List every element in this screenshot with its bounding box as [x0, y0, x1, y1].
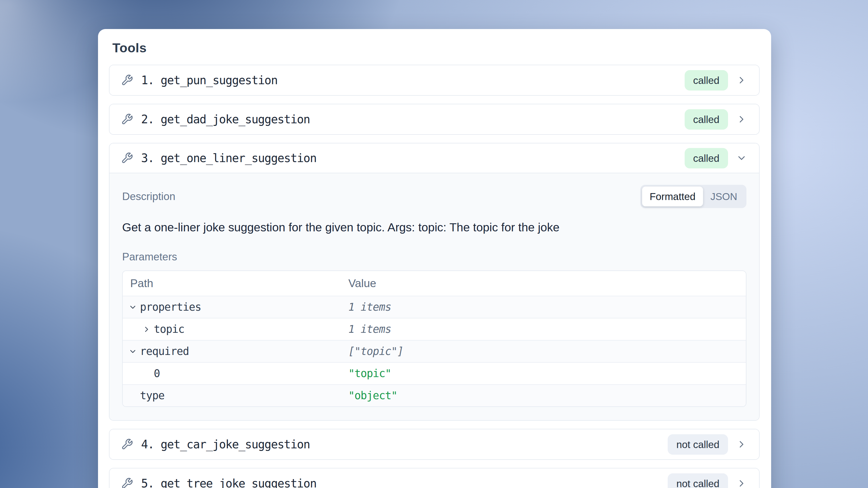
tool-card: 1. get_pun_suggestion called	[109, 65, 760, 96]
parameters-label: Parameters	[122, 251, 746, 263]
status-badge: called	[685, 109, 728, 130]
table-row: topic 1 items	[123, 318, 746, 340]
param-key: 0	[154, 367, 160, 380]
tool-name: 2. get_dad_joke_suggestion	[141, 113, 310, 126]
desktop-background: { "title": "Tools", "tools": [ { "name":…	[0, 0, 868, 488]
json-toggle-button[interactable]: JSON	[703, 186, 745, 206]
wrench-icon	[121, 438, 133, 450]
description-label: Description	[122, 190, 175, 203]
wrench-icon	[121, 74, 133, 86]
wrench-icon	[121, 152, 133, 164]
tool-card: 4. get_car_joke_suggestion not called	[109, 429, 760, 460]
param-value: "topic"	[348, 367, 746, 380]
parameters-table: Path Value properties 1 items topic 1 it	[122, 270, 746, 407]
page-title: Tools	[113, 40, 760, 56]
formatted-toggle-button[interactable]: Formatted	[642, 186, 703, 206]
status-badge: not called	[668, 474, 728, 488]
tools-panel: Tools 1. get_pun_suggestion called 2. ge…	[98, 29, 771, 488]
tool-name: 1. get_pun_suggestion	[141, 73, 277, 87]
table-header-row: Path Value	[123, 271, 746, 296]
wrench-icon	[121, 477, 133, 488]
tool-name: 5. get_tree_joke_suggestion	[141, 477, 316, 488]
expand-chevron-right-icon[interactable]	[142, 325, 151, 334]
param-key: topic	[154, 323, 184, 335]
collapse-chevron-down-icon[interactable]	[128, 303, 137, 311]
tool-description-text: Get a one-liner joke suggestion for the …	[122, 220, 746, 235]
tool-row[interactable]: 2. get_dad_joke_suggestion called	[110, 104, 759, 134]
table-row: properties 1 items	[123, 296, 746, 318]
path-column-header: Path	[123, 277, 348, 290]
wrench-icon	[121, 113, 133, 125]
param-key: required	[140, 345, 189, 358]
param-key: type	[140, 390, 164, 402]
tool-card: 2. get_dad_joke_suggestion called	[109, 104, 760, 135]
param-key: properties	[140, 301, 201, 313]
tool-card: 5. get_tree_joke_suggestion not called	[109, 468, 760, 488]
collapse-chevron-down-icon[interactable]	[128, 347, 137, 356]
param-value: "object"	[348, 390, 746, 402]
chevron-right-icon[interactable]	[736, 114, 747, 125]
tool-row[interactable]: 5. get_tree_joke_suggestion not called	[110, 468, 759, 488]
chevron-right-icon[interactable]	[736, 75, 747, 86]
table-row: 0 "topic"	[123, 362, 746, 384]
status-badge: called	[685, 148, 728, 169]
status-badge: not called	[668, 434, 728, 455]
table-row: required ["topic"]	[123, 340, 746, 362]
status-badge: called	[685, 70, 728, 91]
tool-row[interactable]: 4. get_car_joke_suggestion not called	[110, 429, 759, 459]
tool-name: 3. get_one_liner_suggestion	[141, 151, 316, 165]
param-value: 1 items	[348, 301, 746, 313]
tool-card-expanded: 3. get_one_liner_suggestion called Descr…	[109, 143, 760, 421]
tool-row[interactable]: 3. get_one_liner_suggestion called	[110, 144, 759, 173]
tool-name: 4. get_car_joke_suggestion	[141, 438, 310, 451]
param-value: ["topic"]	[348, 345, 746, 358]
tool-row[interactable]: 1. get_pun_suggestion called	[110, 65, 759, 95]
table-row: type "object"	[123, 384, 746, 406]
value-column-header: Value	[348, 277, 746, 290]
param-value: 1 items	[348, 323, 746, 335]
view-toggle: Formatted JSON	[640, 185, 746, 208]
chevron-right-icon[interactable]	[736, 478, 747, 488]
tool-detail-section: Description Formatted JSON Get a one-lin…	[110, 173, 759, 420]
chevron-right-icon[interactable]	[736, 439, 747, 450]
chevron-down-icon[interactable]	[736, 153, 747, 163]
